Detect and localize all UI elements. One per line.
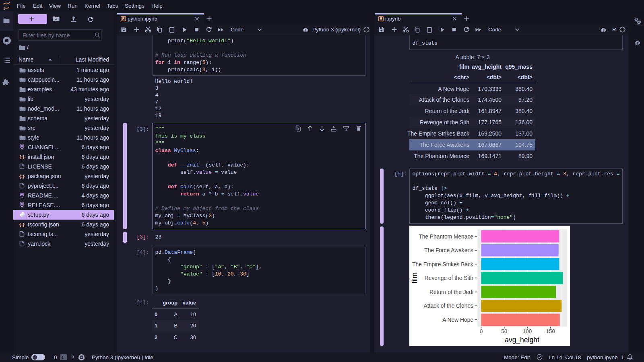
svg-text:50: 50 [501, 328, 507, 334]
svg-text:Return of the Jedi: Return of the Jedi [429, 289, 473, 295]
svg-text:M: M [20, 202, 24, 206]
svg-text:Revenge of the Sith: Revenge of the Sith [425, 275, 473, 281]
svg-text:Attack of the Clones: Attack of the Clones [424, 303, 474, 309]
svg-text:{:}: {:} [19, 222, 25, 227]
svg-text:{:}: {:} [19, 174, 25, 179]
svg-text:The Empire Strikes Back: The Empire Strikes Back [412, 261, 473, 267]
svg-text:{:}: {:} [19, 154, 25, 159]
svg-text:The Phantom Menace: The Phantom Menace [419, 234, 473, 240]
svg-text:A New Hope: A New Hope [442, 317, 473, 323]
svg-text:M: M [20, 192, 24, 197]
svg-text:100: 100 [523, 328, 532, 334]
svg-text:0: 0 [480, 328, 483, 334]
svg-text:150: 150 [546, 328, 555, 334]
svg-text:$_: $_ [61, 356, 66, 360]
svg-text:avg_height: avg_height [505, 336, 539, 344]
svg-text:M: M [20, 144, 24, 148]
svg-text:film: film [411, 272, 419, 283]
svg-text:The Force Awakens: The Force Awakens [424, 247, 473, 253]
